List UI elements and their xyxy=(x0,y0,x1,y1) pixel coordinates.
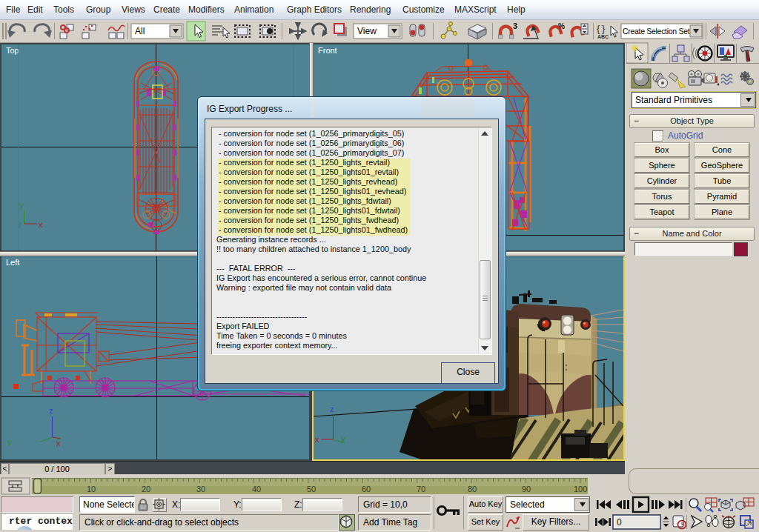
svg-text:ABC: ABC xyxy=(597,34,609,39)
svg-text:60: 60 xyxy=(362,485,371,493)
svg-text:0: 0 xyxy=(617,517,622,528)
svg-text:Create Selection Set: Create Selection Set xyxy=(623,27,690,36)
svg-text:z: z xyxy=(18,220,22,229)
svg-text:View: View xyxy=(357,26,377,36)
svg-text:y: y xyxy=(19,201,24,210)
svg-text:20: 20 xyxy=(142,485,150,493)
svg-text:30: 30 xyxy=(196,485,205,493)
svg-text:x: x xyxy=(315,435,319,444)
svg-text:x: x xyxy=(56,439,61,448)
svg-text:All: All xyxy=(135,26,145,36)
svg-text:y: y xyxy=(341,434,345,443)
svg-text:10: 10 xyxy=(87,485,96,493)
svg-text:y: y xyxy=(7,437,12,446)
svg-text:x: x xyxy=(39,220,43,229)
svg-text:70: 70 xyxy=(417,485,425,493)
svg-text:z: z xyxy=(330,405,334,413)
svg-text:%: % xyxy=(558,22,565,30)
svg-text:3: 3 xyxy=(513,21,517,30)
svg-text:{ }: { } xyxy=(597,23,606,34)
svg-text:z: z xyxy=(49,406,53,415)
svg-text:50: 50 xyxy=(307,485,316,493)
svg-text:90: 90 xyxy=(522,485,531,493)
svg-text:80: 80 xyxy=(468,485,477,493)
svg-text:100: 100 xyxy=(574,485,587,493)
svg-text:40: 40 xyxy=(252,485,261,493)
